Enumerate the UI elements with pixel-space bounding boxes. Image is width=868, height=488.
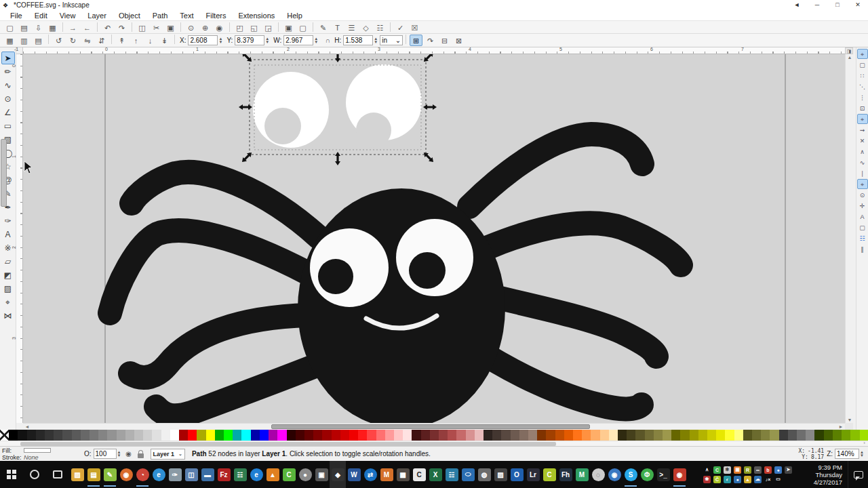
color-swatch[interactable] (277, 430, 286, 441)
snap-page-border-icon[interactable]: ▢ (857, 222, 868, 232)
color-swatch[interactable] (161, 430, 170, 441)
taskbar-app-internet-explorer[interactable]: e (151, 461, 167, 488)
color-swatch[interactable] (511, 430, 519, 441)
calligraphy-tool[interactable]: ✑ (1, 214, 15, 227)
color-swatch[interactable] (528, 430, 537, 441)
rotate-cw-icon[interactable]: ↻ (66, 35, 79, 46)
vertical-scroll-thumb[interactable] (1, 139, 7, 207)
raise-icon[interactable]: ↑ (130, 35, 142, 46)
color-swatch[interactable] (340, 430, 349, 441)
color-swatch[interactable] (671, 430, 680, 441)
layer-dropdown[interactable]: Layer 1 ⌄ (151, 449, 185, 460)
color-swatch[interactable] (134, 430, 143, 441)
taskbar-app-c-doc[interactable]: C (411, 461, 427, 488)
scroll-right-arrow[interactable]: ► (837, 424, 845, 429)
copy-icon[interactable]: ◫ (136, 22, 149, 33)
zoom-tool[interactable]: ⊙ (1, 92, 15, 105)
layer-lock-icon[interactable] (138, 453, 144, 458)
color-swatch[interactable] (690, 430, 698, 441)
menu-layer[interactable]: Layer (81, 10, 113, 21)
taskbar-app-mindmanager[interactable]: M (378, 461, 395, 488)
rotate-ccw-icon[interactable]: ↺ (52, 35, 65, 46)
color-swatch[interactable] (143, 430, 152, 441)
taskbar-app-edge[interactable]: e (248, 461, 264, 488)
affect-corners-icon[interactable]: ⊠ (452, 35, 465, 46)
taskbar-app-recorder[interactable]: ◉ (671, 461, 688, 488)
dropper-tool[interactable]: ⌖ (1, 296, 15, 308)
taskbar-app-lightroom[interactable]: Lr (525, 461, 541, 488)
color-swatch[interactable] (367, 430, 376, 441)
zoom-input[interactable]: 140% (835, 449, 859, 459)
maximize-button[interactable]: □ (827, 0, 848, 10)
color-swatch[interactable] (492, 430, 501, 441)
x-input[interactable]: 2.608 (188, 35, 218, 45)
taskbar-app-box-dark[interactable]: ▩ (395, 461, 411, 488)
h-input[interactable]: 1.538 (343, 35, 373, 45)
color-swatch[interactable] (197, 430, 205, 441)
scroll-left-arrow[interactable]: ◄ (23, 424, 31, 429)
color-swatch[interactable] (241, 430, 250, 441)
snap-paths-icon[interactable]: ⇝ (857, 125, 868, 135)
color-swatch[interactable] (779, 430, 788, 441)
color-swatch[interactable] (635, 430, 644, 441)
measure-tool[interactable]: ∠ (1, 106, 15, 119)
tray-onedrive-icon[interactable]: ☁ (754, 476, 762, 483)
color-swatch[interactable] (188, 430, 197, 441)
color-swatch[interactable] (125, 430, 134, 441)
selected-eyes-object[interactable] (253, 64, 422, 148)
rectangle-tool[interactable]: ▭ (1, 119, 15, 132)
color-swatch[interactable] (98, 430, 107, 441)
task-view-button[interactable] (46, 461, 69, 488)
color-swatch[interactable] (313, 430, 322, 441)
color-swatch[interactable] (448, 430, 456, 441)
text-dialog-icon[interactable]: T (331, 22, 344, 33)
vertical-scrollbar[interactable]: ▲ ▼ (845, 54, 853, 423)
color-swatch[interactable] (179, 430, 188, 441)
color-swatch[interactable] (251, 430, 260, 441)
menu-object[interactable]: Object (113, 10, 146, 21)
color-swatch[interactable] (537, 430, 546, 441)
color-swatch[interactable] (412, 430, 420, 441)
fill-stroke-indicator[interactable]: Fill: Stroke: None (0, 447, 80, 461)
select-all-icon[interactable]: ▦ (3, 35, 16, 46)
align-dialog-icon[interactable]: ☷ (374, 22, 387, 33)
color-swatch[interactable] (609, 430, 618, 441)
action-center-button[interactable] (848, 461, 868, 488)
taskbar-app-sharepoint[interactable]: ☷ (443, 461, 460, 488)
color-swatch[interactable] (215, 430, 224, 441)
taskbar-app-globe-blue[interactable]: ◉ (606, 461, 623, 488)
cut-icon[interactable]: ✂ (150, 22, 163, 33)
swatch-none[interactable] (0, 430, 9, 441)
snap-bbox-icon[interactable]: ▢ (857, 60, 868, 70)
color-swatch[interactable] (797, 430, 806, 441)
color-swatch[interactable] (564, 430, 573, 441)
tray-green-c-icon[interactable]: C (713, 466, 721, 474)
snap-bbox-corners-icon[interactable]: ⋱ (857, 81, 868, 92)
fill-stroke-dialog-icon[interactable]: ✎ (317, 22, 330, 33)
w-spinner[interactable]: ▲▼ (314, 37, 318, 44)
tray-cursor-icon[interactable]: ➤ (785, 466, 792, 474)
color-swatch[interactable] (734, 430, 743, 441)
color-swatch[interactable] (421, 430, 430, 441)
y-input[interactable]: 8.379 (235, 35, 264, 45)
lower-to-bottom-icon[interactable]: ↡ (158, 35, 171, 46)
menu-path[interactable]: Path (146, 10, 174, 21)
ungroup-icon[interactable]: ▢ (296, 22, 309, 33)
color-swatch[interactable] (54, 430, 62, 441)
taskbar-app-excel[interactable]: X (427, 461, 443, 488)
cms-toggle-button[interactable]: ◨ (845, 47, 853, 54)
taskbar-app-freehand[interactable]: Fh (557, 461, 574, 488)
color-swatch[interactable] (224, 430, 233, 441)
color-swatch[interactable] (287, 430, 296, 441)
zoom-drawing-icon[interactable]: ⊙ (184, 22, 197, 33)
taskbar-app-snipping-tool[interactable]: ✑ (167, 461, 183, 488)
tray-olive-r-icon[interactable]: R (744, 466, 751, 474)
opacity-input[interactable]: 100 (94, 449, 117, 459)
color-swatch[interactable] (90, 430, 98, 441)
cortana-search-button[interactable] (23, 461, 46, 488)
taskbar-app-filezilla[interactable]: Fz (216, 461, 232, 488)
taskbar-app-sphere-white[interactable]: ◌ (590, 461, 606, 488)
color-swatch[interactable] (814, 430, 823, 441)
color-swatch[interactable] (358, 430, 367, 441)
color-swatch[interactable] (680, 430, 689, 441)
